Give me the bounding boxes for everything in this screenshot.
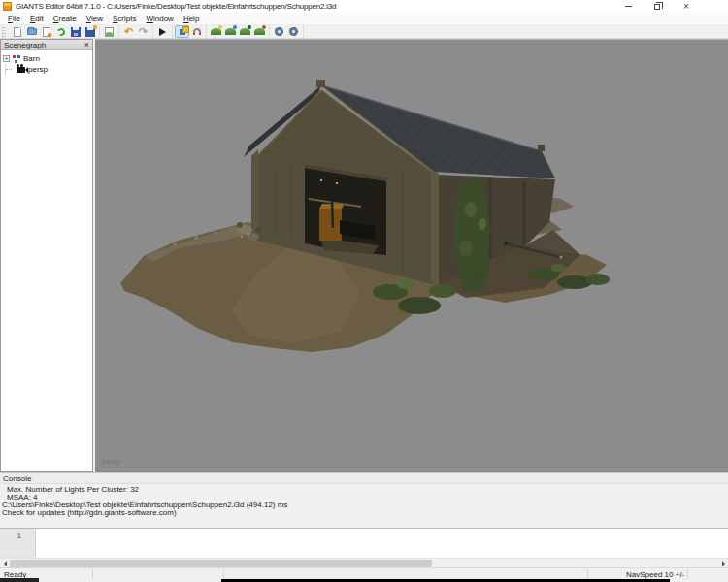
terrain-foliage-icon bbox=[240, 28, 250, 35]
scenegraph-panel: Scenegraph × +Barnpersp bbox=[0, 39, 93, 472]
reload-icon bbox=[55, 26, 65, 36]
scrollbar-thumb[interactable] bbox=[10, 560, 432, 567]
viewport-camera-label: persp bbox=[102, 457, 121, 466]
terrain-paint-button[interactable] bbox=[223, 25, 238, 38]
menu-edit[interactable]: Edit bbox=[25, 13, 49, 25]
menu-help[interactable]: Help bbox=[179, 13, 204, 25]
render-settings-button[interactable] bbox=[272, 25, 286, 38]
scenegraph-tree: +Barnpersp bbox=[1, 50, 92, 75]
toolbar-group bbox=[100, 25, 119, 39]
horizontal-scrollbar[interactable] bbox=[0, 558, 728, 567]
redo-button[interactable]: ↷ bbox=[136, 25, 150, 38]
toolbar-group bbox=[173, 25, 207, 39]
redo-icon: ↷ bbox=[139, 26, 148, 37]
script-editor: 1 bbox=[0, 528, 728, 559]
barn-scene bbox=[95, 40, 728, 472]
import-file-icon bbox=[43, 27, 50, 37]
terrain-paint-icon bbox=[225, 28, 236, 35]
bottom-edge-left bbox=[0, 578, 39, 582]
tree-connector bbox=[5, 64, 14, 75]
minimize-icon bbox=[625, 6, 632, 7]
maximize-button[interactable] bbox=[643, 0, 672, 13]
script-input[interactable] bbox=[36, 529, 728, 559]
toolbar: ↶↷ bbox=[0, 25, 728, 39]
open-file-icon bbox=[27, 28, 37, 35]
window-title: GIANTS Editor 64bit 7.1.0 - C:/Users/Fin… bbox=[16, 2, 336, 11]
scroll-right-arrow-icon[interactable] bbox=[718, 559, 728, 567]
translate-mode-button[interactable] bbox=[175, 25, 189, 38]
expander-icon[interactable]: + bbox=[3, 55, 10, 62]
terrain-detail-button[interactable] bbox=[252, 25, 267, 38]
status-separator bbox=[687, 569, 688, 579]
console-line: Check for updates (http://gdn.giants-sof… bbox=[2, 509, 728, 517]
toolbar-drag-handle[interactable] bbox=[2, 27, 6, 37]
reload-button[interactable] bbox=[53, 25, 68, 38]
play-button[interactable] bbox=[155, 25, 170, 38]
console-line: Max. Number of Lights Per Cluster: 32 bbox=[2, 486, 728, 494]
scenegraph-title: Scenegraph bbox=[4, 41, 84, 49]
scenegraph-header: Scenegraph × bbox=[1, 40, 92, 50]
import-file-button[interactable] bbox=[39, 25, 53, 38]
toolbar-group bbox=[153, 25, 173, 39]
viewport-3d[interactable]: persp bbox=[95, 39, 728, 472]
menu-create[interactable]: Create bbox=[49, 13, 82, 25]
app-logo-icon bbox=[3, 2, 12, 11]
terrain-foliage-button[interactable] bbox=[238, 25, 252, 38]
terrain-sculpt-button[interactable] bbox=[209, 25, 223, 38]
editor-settings-button[interactable] bbox=[286, 25, 301, 38]
save-button[interactable] bbox=[68, 25, 83, 38]
minimize-button[interactable] bbox=[613, 0, 643, 13]
close-button[interactable]: × bbox=[672, 0, 701, 13]
menu-view[interactable]: View bbox=[82, 13, 108, 25]
node-label: Barn bbox=[23, 54, 40, 63]
status-navspeed: NavSpeed 10 +/- bbox=[626, 570, 684, 579]
undo-icon: ↶ bbox=[124, 26, 133, 37]
menu-window[interactable]: Window bbox=[141, 13, 178, 25]
open-file-button[interactable] bbox=[24, 25, 39, 38]
console-log: Max. Number of Lights Per Cluster: 32MSA… bbox=[0, 484, 728, 517]
scenegraph-close-icon[interactable]: × bbox=[84, 41, 89, 49]
save-as-button[interactable] bbox=[83, 25, 97, 38]
console-header: Console bbox=[0, 473, 728, 484]
undo-button[interactable]: ↶ bbox=[121, 25, 136, 38]
scenegraph-node-persp[interactable]: persp bbox=[1, 64, 92, 75]
status-separator bbox=[92, 569, 93, 579]
menu-scripts[interactable]: Scripts bbox=[108, 13, 141, 25]
status-separator bbox=[587, 569, 588, 579]
line-number-gutter: 1 bbox=[0, 529, 36, 559]
status-separator bbox=[223, 569, 224, 579]
console-title: Console bbox=[3, 474, 31, 483]
console-panel: Console Max. Number of Lights Per Cluste… bbox=[0, 472, 728, 558]
editor-settings-icon bbox=[289, 27, 298, 36]
screenshot-button[interactable] bbox=[102, 25, 116, 38]
toolbar-group bbox=[207, 25, 270, 39]
title-bar: GIANTS Editor 64bit 7.1.0 - C:/Users/Fin… bbox=[0, 0, 728, 13]
new-file-button[interactable] bbox=[10, 25, 24, 38]
snap-icon bbox=[193, 28, 201, 35]
play-icon bbox=[159, 28, 166, 36]
screenshot-icon bbox=[105, 27, 114, 37]
restore-icon bbox=[654, 4, 660, 10]
node-label: persp bbox=[28, 65, 48, 74]
scroll-left-arrow-icon[interactable] bbox=[0, 559, 10, 567]
render-settings-icon bbox=[275, 27, 283, 36]
status-bar: Ready NavSpeed 10 +/- bbox=[0, 567, 728, 579]
scenegraph-node-barn[interactable]: +Barn bbox=[1, 53, 92, 64]
save-as-icon bbox=[85, 27, 95, 37]
snap-button[interactable] bbox=[189, 25, 204, 38]
giants-editor-window: GIANTS Editor 64bit 7.1.0 - C:/Users/Fin… bbox=[0, 0, 728, 582]
toolbar-group bbox=[270, 25, 304, 39]
translate-mode-icon bbox=[180, 29, 185, 35]
transform-group-icon bbox=[13, 55, 20, 63]
new-file-icon bbox=[14, 27, 21, 37]
camera-icon bbox=[17, 67, 25, 73]
menu-file[interactable]: File bbox=[3, 13, 25, 25]
save-icon bbox=[71, 27, 81, 37]
close-icon: × bbox=[683, 2, 689, 12]
menu-bar: FileEditCreateViewScriptsWindowHelp bbox=[0, 13, 728, 25]
terrain-sculpt-icon bbox=[211, 28, 221, 35]
toolbar-group bbox=[8, 25, 100, 39]
terrain-detail-icon bbox=[254, 28, 265, 35]
toolbar-group: ↶↷ bbox=[119, 25, 153, 39]
